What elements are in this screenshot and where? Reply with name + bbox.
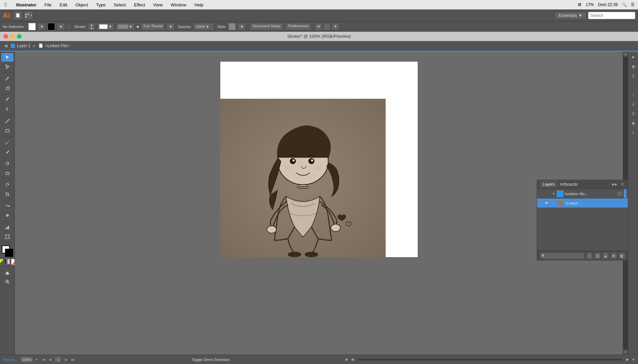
graph-tool[interactable] (1, 223, 13, 232)
search-icon[interactable]: 🔍 (622, 2, 627, 7)
layers-search-area[interactable]: 🔍 (540, 252, 585, 259)
eraser-tool[interactable] (1, 169, 13, 177)
status-scrollbar[interactable] (358, 359, 622, 360)
scroll-down-arrow[interactable]: ▼ (623, 350, 628, 355)
gradient-icon[interactable] (4, 259, 10, 264)
zoom-dropdown-arrow[interactable]: ▼ (35, 358, 38, 361)
right-tool-3[interactable]: ☰ (629, 72, 637, 80)
layers-move-down-btn[interactable]: ▼ (610, 252, 617, 259)
status-down-arrow[interactable]: ▼ (632, 358, 635, 362)
opacity-input-container[interactable]: 100% ▼ (194, 23, 214, 30)
arrange-icon-2[interactable]: ⋮ (323, 23, 331, 30)
type-tool[interactable]: T (1, 105, 13, 114)
apple-menu[interactable]:  (3, 1, 8, 8)
arrange-icon-1[interactable]: ⇄ (315, 23, 322, 30)
stroke-color-swatch[interactable] (48, 23, 55, 30)
pen-tool[interactable] (1, 95, 13, 104)
lasso-tool[interactable] (1, 84, 13, 92)
stroke-weight-btn[interactable]: ▲▼ (88, 23, 95, 30)
layer-row-isolation[interactable]: ▼ Isolation Mo... (537, 189, 628, 199)
right-tool-8[interactable]: ▣ (629, 119, 637, 127)
menu-help[interactable]: Help (193, 2, 205, 8)
rectangle-tool[interactable] (1, 126, 13, 135)
layer-name-label[interactable]: Layer 1 (17, 43, 30, 48)
blob-brush-tool[interactable] (1, 159, 13, 168)
scroll-up-arrow[interactable]: ▲ (623, 52, 628, 57)
magic-wand-tool[interactable] (1, 74, 13, 83)
canvas-area[interactable] (15, 52, 623, 355)
document-setup-button[interactable]: Document Setup (250, 23, 283, 30)
right-tool-9[interactable]: ≡ (629, 128, 637, 136)
fill-dropdown[interactable]: ▼ (38, 23, 46, 30)
panel-menu-btn[interactable]: ☰ (619, 181, 625, 187)
linked-visibility-eye[interactable]: 👁 (544, 201, 549, 206)
color-icon[interactable] (0, 259, 3, 264)
back-navigation[interactable]: ◀ (3, 42, 9, 49)
direct-selection-tool[interactable] (1, 62, 13, 71)
visibility-eye-icon[interactable] (538, 191, 544, 196)
layers-new-sub-btn[interactable]: ☰ (594, 252, 601, 259)
symbol-tool[interactable] (1, 211, 13, 220)
line-tool[interactable] (1, 117, 13, 125)
page-input[interactable] (54, 356, 62, 363)
stroke-color-box[interactable]: ▼ (97, 23, 114, 30)
minimize-button[interactable] (10, 34, 15, 39)
arrange-icon-btn[interactable]: ▼ (24, 11, 33, 20)
essentials-dropdown[interactable]: Essentials ▼ (555, 12, 586, 19)
warp-tool[interactable] (1, 202, 13, 210)
selection-tool[interactable] (1, 53, 13, 62)
right-tool-2[interactable]: ▣ (629, 62, 637, 70)
status-play-btn[interactable]: ▶ (345, 357, 348, 362)
pencil-tool[interactable] (1, 147, 13, 156)
none-icon[interactable] (11, 259, 15, 265)
menu-edit[interactable]: Edit (58, 2, 68, 8)
rotate-tool[interactable] (1, 180, 13, 189)
notification-icon[interactable]: ☰ (631, 2, 635, 7)
layers-new-layer-btn[interactable]: + (586, 252, 593, 259)
stroke-box[interactable] (5, 249, 13, 257)
layers-move-up-btn[interactable]: ▲ (602, 252, 609, 259)
hand-tool[interactable] (1, 268, 13, 277)
menu-file[interactable]: File (43, 2, 53, 8)
status-scroll-left[interactable]: ◀ (351, 357, 354, 362)
menu-object[interactable]: Object (74, 2, 89, 8)
stroke-dropdown[interactable]: ▼ (57, 23, 65, 30)
right-tool-7[interactable]: ☰ (629, 110, 637, 118)
page-next-btn[interactable]: ▶ (63, 357, 69, 362)
paintbrush-tool[interactable] (1, 138, 13, 147)
page-prev-btn[interactable]: ◀ (47, 357, 53, 362)
arrange-dropdown[interactable]: ▼ (332, 23, 339, 30)
menu-window[interactable]: Window (169, 2, 188, 8)
artboard-tool[interactable] (1, 232, 13, 241)
layer-row-linked[interactable]: 👁 | <Linked ... (537, 199, 628, 208)
tab-layers[interactable]: Layers (540, 181, 557, 188)
menu-effect[interactable]: Effect (133, 2, 146, 8)
layers-delete-btn[interactable]: 🗑 (618, 252, 625, 259)
close-button[interactable] (3, 34, 8, 39)
collapse-arrow-icon[interactable]: ▼ (552, 192, 555, 195)
style-swatch[interactable] (228, 23, 236, 30)
right-tool-1[interactable]: ■ (629, 53, 637, 61)
right-tool-5[interactable]: □ (629, 91, 637, 99)
document-icon-btn[interactable]: 📄 (13, 11, 22, 20)
scale-tool[interactable] (1, 190, 13, 199)
stroke-profile-dropdown[interactable]: ▼ (116, 23, 135, 30)
style-dropdown[interactable]: ▼ (238, 23, 246, 30)
brush-type-dropdown[interactable]: 3 pt. Round (141, 23, 165, 30)
fill-color-swatch[interactable] (28, 23, 36, 30)
panel-expand-btn[interactable]: ▶▶ (612, 181, 618, 187)
linked-target-circle[interactable] (622, 201, 627, 205)
right-tool-6[interactable]: ◎ (629, 100, 637, 108)
fill-stroke-display[interactable] (2, 245, 13, 257)
status-scroll-right[interactable]: ▶ (626, 357, 629, 362)
tab-artboards[interactable]: Artboards (557, 181, 580, 188)
layer-target-circle[interactable] (618, 192, 622, 196)
linked-file-label[interactable]: <Linked File> (45, 43, 70, 48)
menu-select[interactable]: Select (112, 2, 127, 8)
search-input[interactable] (588, 12, 635, 19)
menu-view[interactable]: View (152, 2, 164, 8)
desact-text[interactable]: Desact... (3, 358, 17, 362)
brush-dropdown-arrow[interactable]: ▼ (167, 23, 174, 30)
zoom-input[interactable] (20, 356, 33, 363)
maximize-button[interactable] (17, 34, 22, 39)
